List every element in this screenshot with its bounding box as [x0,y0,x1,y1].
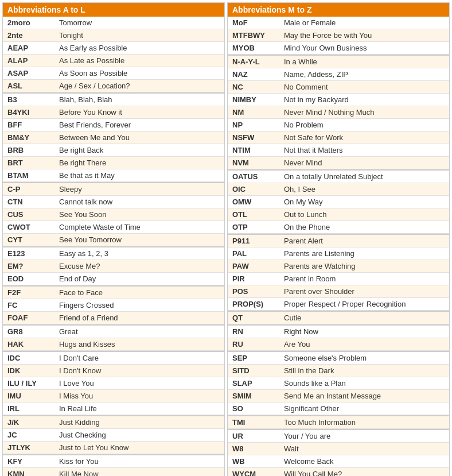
table-row: E123Easy as 1, 2, 3 [3,246,224,260]
meaning-cell: Not in my Backyard [279,94,449,106]
table-row: BM&YBetween Me and You [3,131,224,144]
meaning-cell: Right Now [279,326,449,338]
abbr-cell: CWOT [3,221,54,233]
table-row: PAWParents are Watching [228,260,449,273]
meaning-cell: May the Force be with You [279,29,449,41]
table-row: NPNo Problem [228,119,449,131]
table-row: RUAre You [228,338,449,351]
meaning-cell: Best Friends, Forever [54,119,224,131]
abbr-cell: N-A-Y-L [228,56,279,68]
meaning-cell: On My Way [279,196,449,208]
abbr-cell: PAL [228,247,279,260]
left-rows: 2moroTomorrow2nteTonightAEAPAs Early as … [3,17,224,476]
table-row: OATUSOn a totally Unrelated Subject [228,169,449,183]
abbr-cell: NSFW [228,131,279,144]
abbr-cell: E123 [3,247,54,260]
abbr-cell: F2F [3,287,54,299]
table-row: NSFWNot Safe for Work [228,131,449,144]
abbr-cell: NP [228,119,279,131]
table-row: F2FFace to Face [3,285,224,299]
meaning-cell: Sounds like a Plan [279,377,449,389]
table-row: AEAPAs Early as Possible [3,42,224,55]
meaning-cell: Parents are Listening [279,247,449,260]
meaning-cell: I Don't Know [54,365,224,377]
table-row: SMIMSend Me an Instant Message [228,390,449,403]
meaning-cell: Before You Know it [54,106,224,118]
abbr-cell: EOD [3,273,54,285]
table-row: PROP(S)Proper Respect / Proper Recogniti… [228,298,449,311]
meaning-cell: Not that it Matters [279,144,449,156]
table-row: BRTBe right There [3,157,224,169]
abbr-cell: AEAP [3,42,54,54]
meaning-cell: Be right Back [54,144,224,156]
abbr-cell: ILU / ILY [3,377,54,389]
table-row: OTLOut to Lunch [228,208,449,221]
table-row: WBWelcome Back [228,455,449,468]
table-row: BTAMBe that as it May [3,169,224,182]
table-row: JCJust Checking [3,429,224,442]
table-row: PALParents are Listening [228,247,449,260]
meaning-cell: Blah, Blah, Blah [54,94,224,106]
table-row: NIMBYNot in my Backyard [228,94,449,106]
abbr-cell: BFF [3,119,54,131]
meaning-cell: Too Much Information [279,416,449,428]
table-row: J/KJust Kidding [3,415,224,429]
right-rows: MoFMale or FemaleMTFBWYMay the Force be … [228,17,449,476]
abbr-cell: IDK [3,365,54,377]
abbr-cell: PROP(S) [228,298,279,310]
meaning-cell: Excuse Me? [54,260,224,272]
meaning-cell: Not Safe for Work [279,131,449,144]
table-row: KMNKill Me Now [3,468,224,476]
table-row: B3Blah, Blah, Blah [3,92,224,106]
meaning-cell: I Love You [54,377,224,389]
abbr-cell: IDC [3,352,54,364]
meaning-cell: Wait [279,443,449,455]
table-row: IRLIn Real Life [3,403,224,415]
abbr-cell: EM? [3,260,54,272]
table-row: SITDStill in the Dark [228,365,449,377]
meaning-cell: Send Me an Instant Message [279,390,449,402]
abbr-cell: NM [228,106,279,118]
table-row: 2moroTomorrow [3,17,224,29]
meaning-cell: Tonight [54,29,224,41]
meaning-cell: Out to Lunch [279,208,449,220]
table-row: TMIToo Much Information [228,415,449,429]
table-row: QTCutie [228,311,449,324]
table-row: FCFingers Crossed [3,299,224,312]
abbr-cell: POS [228,285,279,297]
abbr-cell: FC [3,299,54,311]
table-row: RNRight Now [228,324,449,338]
meaning-cell: Between Me and You [54,131,224,144]
meaning-cell: Parent in Room [279,273,449,285]
meaning-cell: Will You Call Me? [279,468,449,476]
abbr-cell: RU [228,338,279,350]
abbr-cell: BM&Y [3,131,54,144]
table-row: NCNo Comment [228,81,449,94]
table-row: P911Parent Alert [228,234,449,247]
meaning-cell: Proper Respect / Proper Recognition [279,298,449,310]
table-row: POSParent over Shoulder [228,285,449,298]
meaning-cell: Cannot talk now [54,196,224,208]
table-row: ALAPAs Late as Possible [3,55,224,67]
right-column-header: Abbreviations M to Z [228,3,449,17]
meaning-cell: Still in the Dark [279,365,449,377]
meaning-cell: Male or Female [279,17,449,29]
table-row: MYOBMind Your Own Business [228,42,449,55]
abbr-cell: NTIM [228,144,279,156]
table-row: NVMNever Mind [228,157,449,169]
abbr-cell: RN [228,326,279,338]
abbr-cell: 2nte [3,29,54,41]
abbr-cell: WYCM [228,468,279,476]
table-row: B4YKIBefore You Know it [3,106,224,119]
table-row: FOAFFriend of a Friend [3,312,224,324]
table-row: CUSSee You Soon [3,208,224,221]
meaning-cell: Cutie [279,312,449,324]
abbr-cell: QT [228,312,279,324]
left-column: Abbreviations A to L 2moroTomorrow2nteTo… [2,2,225,476]
abbr-cell: NVM [228,157,279,169]
abbr-cell: NC [228,81,279,93]
abbr-cell: OMW [228,196,279,208]
abbr-cell: MoF [228,17,279,29]
meaning-cell: No Problem [279,119,449,131]
abbr-cell: SO [228,403,279,415]
